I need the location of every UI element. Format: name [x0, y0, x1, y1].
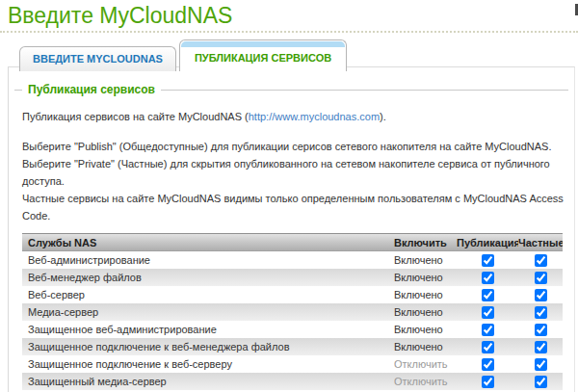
table-row: Защищенный медиа-сервер Отключить	[22, 373, 563, 390]
table-row: Веб-менеджер файлов Включено	[22, 269, 563, 286]
service-name: Защищенное веб-администрирование	[22, 324, 394, 335]
service-name: Веб-администрирование	[22, 254, 394, 266]
tab-enter-mycloudnas[interactable]: ВВЕДИТЕ MYCLOUDNAS	[19, 46, 176, 71]
service-name: Защищенное подключение к веб-серверу	[22, 358, 394, 370]
private-cell	[518, 375, 563, 388]
publish-checkbox[interactable]	[482, 358, 494, 371]
service-name: Веб-менеджер файлов	[22, 272, 394, 283]
tab-label: ПУБЛИКАЦИЯ СЕРВИСОВ	[195, 52, 331, 64]
intro-prefix: Публикация сервисов на сайте MyCloudNAS …	[22, 111, 249, 122]
private-checkbox[interactable]	[535, 376, 547, 388]
private-cell	[518, 305, 563, 319]
private-cell	[518, 323, 563, 336]
service-status: Включено	[394, 254, 457, 266]
table-row: Защищенное подключение к веб-серверу Отк…	[22, 355, 563, 373]
private-checkbox[interactable]	[535, 324, 547, 336]
private-checkbox[interactable]	[535, 358, 547, 371]
publish-checkbox[interactable]	[482, 272, 494, 284]
private-cell	[518, 271, 563, 284]
header-services: Службы NAS	[22, 237, 394, 248]
header-publish: Публикация	[457, 237, 518, 248]
table-row: Медиа-сервер Включено	[22, 303, 563, 321]
private-cell	[518, 288, 563, 301]
intro-suffix: ).	[380, 111, 386, 122]
service-status: Включено	[394, 324, 457, 335]
dotted-separator	[0, 31, 578, 33]
service-status: Отключить	[394, 358, 457, 370]
fieldset-legend: Публикация сервисов	[22, 83, 161, 96]
page-title: Введите MyCloudNAS	[8, 3, 232, 29]
publish-checkbox[interactable]	[482, 324, 494, 336]
service-status: Включено	[394, 289, 457, 301]
private-checkbox[interactable]	[535, 272, 547, 284]
tab-service-publication[interactable]: ПУБЛИКАЦИЯ СЕРВИСОВ	[179, 39, 347, 71]
publish-checkbox[interactable]	[482, 289, 494, 301]
publish-cell	[457, 357, 518, 371]
table-row: Защищенное подключение к веб-менеджера ф…	[22, 338, 563, 355]
service-name: Медиа-сервер	[22, 306, 394, 318]
header-enable: Включить	[394, 237, 457, 248]
service-name: Защищенное подключение к веб-менеджера ф…	[22, 341, 394, 353]
instructions: Выберите "Publish" (Общедоступные) для п…	[22, 138, 565, 224]
service-status: Включено	[394, 341, 457, 353]
mycloudnas-link[interactable]: http://www.mycloudnas.com	[249, 111, 380, 122]
services-table: Службы NAS Включить Публикация Частные В…	[22, 233, 563, 390]
publish-cell	[457, 253, 518, 267]
table-row: Защищенное веб-администрирование Включен…	[22, 321, 563, 338]
publish-cell	[457, 271, 518, 284]
private-cell	[518, 253, 563, 267]
instruction-publish: Выберите "Publish" (Общедоступные) для п…	[22, 138, 565, 155]
mycloudnas-page: Введите MyCloudNAS ВВЕДИТЕ MYCLOUDNAS ПУ…	[0, 0, 578, 392]
private-checkbox[interactable]	[535, 254, 547, 267]
service-name: Защищенный медиа-сервер	[22, 376, 394, 387]
table-row: Веб-администрирование Включено	[22, 251, 563, 269]
publish-cell	[457, 340, 518, 353]
private-cell	[518, 340, 563, 353]
private-checkbox[interactable]	[535, 306, 547, 319]
publish-cell	[457, 375, 518, 388]
publish-checkbox[interactable]	[482, 254, 494, 267]
service-name: Веб-сервер	[22, 289, 394, 301]
service-status: Отключить	[394, 376, 457, 387]
header-private: Частные	[518, 237, 563, 248]
tab-panel: Публикация сервисов Публикация сервисов …	[8, 66, 575, 392]
private-cell	[518, 357, 563, 371]
tab-bar: ВВЕДИТЕ MYCLOUDNAS ПУБЛИКАЦИЯ СЕРВИСОВ	[19, 39, 347, 71]
intro-text: Публикация сервисов на сайте MyCloudNAS …	[22, 109, 565, 124]
instruction-private: Выберите "Private" (Частные) для скрытия…	[22, 155, 565, 190]
service-status: Включено	[394, 272, 457, 283]
publish-cell	[457, 323, 518, 336]
active-tab-highlight	[181, 41, 345, 47]
publish-checkbox[interactable]	[482, 341, 494, 353]
publish-checkbox[interactable]	[482, 376, 494, 388]
publish-cell	[457, 305, 518, 319]
service-status: Включено	[394, 306, 457, 318]
publish-cell	[457, 288, 518, 301]
private-checkbox[interactable]	[535, 289, 547, 301]
table-body: Веб-администрирование Включено Веб-менед…	[22, 251, 563, 390]
service-publication-fieldset: Публикация сервисов Публикация сервисов …	[14, 83, 568, 392]
table-header-row: Службы NAS Включить Публикация Частные	[22, 233, 563, 251]
table-row: Веб-сервер Включено	[22, 286, 563, 303]
private-checkbox[interactable]	[535, 341, 547, 353]
publish-checkbox[interactable]	[482, 306, 494, 319]
instruction-access-code: Частные сервисы на сайте MyCloudNAS види…	[22, 190, 565, 224]
